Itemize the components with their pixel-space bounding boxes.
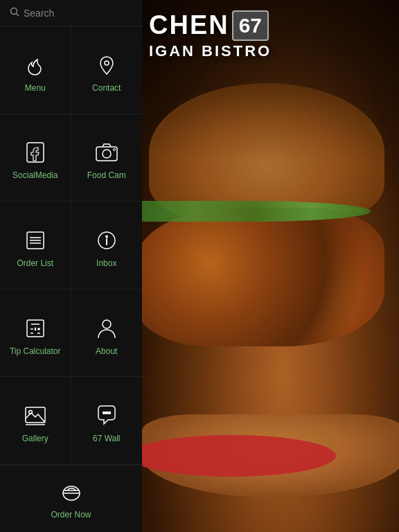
nav-label-menu: Menu [25,83,46,93]
nav-item-tip-calculator[interactable]: Tip Calculator [0,290,71,378]
nav-label-about: About [96,346,117,356]
svg-point-29 [108,412,110,414]
nav-item-67-wall[interactable]: 67 Wall [71,377,143,465]
svg-point-6 [113,149,115,151]
svg-point-28 [105,412,107,414]
chicken-layer [142,208,384,346]
main-content: CHEN 67 IGAN BISTRO [142,0,399,532]
facebook-icon [21,139,49,166]
nav-item-about[interactable]: About [71,290,143,378]
list-icon [21,227,49,254]
nav-label-gallery: Gallery [22,434,48,443]
tray-icon [57,478,85,506]
logo-subtitle: IGAN BISTRO [149,42,392,60]
svg-point-0 [11,8,17,15]
chat-icon [93,402,121,429]
nav-label-67-wall: 67 Wall [93,434,121,443]
calculator-icon [21,314,49,342]
svg-point-2 [105,61,109,65]
nav-grid: Menu Contact SocialMedia [0,26,142,465]
svg-line-1 [17,14,19,17]
nav-label-contact: Contact [92,83,121,93]
flame-icon [21,51,49,79]
logo-text: CHEN 67 [149,10,392,41]
nav-item-order-now[interactable]: Order Now [0,465,142,532]
logo-area: CHEN 67 IGAN BISTRO [149,10,392,60]
svg-point-5 [103,150,111,158]
nav-label-food-cam: Food Cam [87,170,126,180]
svg-point-27 [103,412,105,414]
logo-number: 67 [239,14,262,37]
logo-name: CHEN [149,11,229,40]
svg-point-13 [106,236,107,237]
search-icon [10,7,19,19]
lettuce-layer [142,201,371,222]
location-icon [93,51,121,79]
person-icon [93,314,121,342]
nav-label-order-list: Order List [17,258,53,268]
nav-item-inbox[interactable]: Inbox [71,202,143,290]
search-placeholder: Search [24,8,54,19]
nav-item-food-cam[interactable]: Food Cam [71,114,143,202]
nav-label-order-now: Order Now [51,510,91,520]
search-bar[interactable]: Search [0,0,142,26]
nav-item-social-media[interactable]: SocialMedia [0,114,71,202]
svg-point-23 [103,320,111,328]
svg-rect-3 [27,143,44,162]
nav-item-menu[interactable]: Menu [0,26,71,114]
image-icon [21,402,49,429]
sidebar: Search Menu Contact SocialMedia [0,0,142,532]
nav-label-inbox: Inbox [96,258,116,268]
logo-number-box: 67 [232,10,269,41]
info-icon [93,227,121,254]
nav-item-gallery[interactable]: Gallery [0,377,71,465]
nav-label-tip-calculator: Tip Calculator [10,346,61,356]
camera-icon [93,139,121,166]
nav-label-social-media: SocialMedia [12,170,57,180]
nav-item-order-list[interactable]: Order List [0,202,71,290]
nav-item-contact[interactable]: Contact [71,26,143,114]
